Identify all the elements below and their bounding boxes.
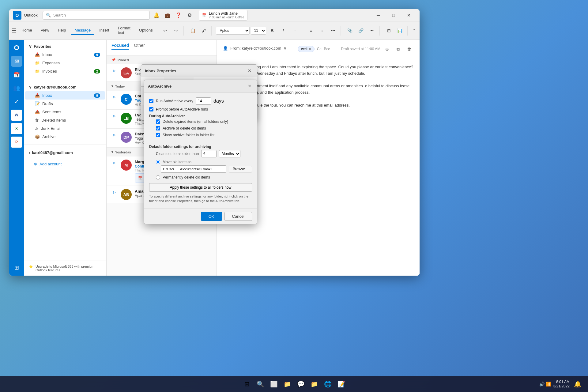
days-input[interactable]: [196, 97, 211, 105]
expand-icon[interactable]: ▷: [111, 94, 118, 100]
sidebar-item-junk[interactable]: ⚠ Junk Email: [25, 124, 105, 133]
tab-options[interactable]: Options: [135, 26, 156, 35]
tab-insert[interactable]: Insert: [96, 26, 113, 35]
clean-unit-select[interactable]: Months Days Weeks: [219, 150, 240, 157]
explorer-button[interactable]: 📁: [282, 379, 293, 390]
pop-out-button[interactable]: ⧉: [394, 45, 402, 53]
start-button[interactable]: ⊞: [241, 379, 252, 390]
signature-button[interactable]: ✒: [367, 26, 377, 36]
teams-button[interactable]: 💬: [295, 379, 306, 390]
help-icon[interactable]: ❓: [174, 11, 183, 20]
add-account-button[interactable]: ⊕ Add account: [24, 159, 106, 169]
autoarchive-cancel-button[interactable]: Cancel: [224, 212, 252, 221]
autoarchive-ok-button[interactable]: OK: [201, 212, 222, 221]
sidebar-item-drafts[interactable]: 📝 Drafts: [25, 100, 105, 108]
tab-focused[interactable]: Focused: [111, 43, 129, 50]
files-button[interactable]: 📁: [309, 379, 320, 390]
autoarchive-close-button[interactable]: ✕: [246, 82, 253, 90]
tasks-icon[interactable]: ✓: [11, 96, 22, 107]
link-button[interactable]: 🔗: [356, 26, 366, 36]
archive-path-input[interactable]: [161, 165, 226, 173]
calendar-nav-icon[interactable]: 📅: [11, 69, 22, 80]
apps-icon[interactable]: ⊞: [11, 262, 22, 273]
zoom-button[interactable]: ⊕: [383, 45, 391, 53]
sidebar-item-inbox-favorites[interactable]: 📥 Inbox 9: [25, 51, 105, 59]
format-painter-button[interactable]: 🖌: [199, 26, 209, 36]
undo-button[interactable]: ↩: [160, 26, 170, 36]
font-size-selector[interactable]: 11: [251, 27, 266, 35]
cc-label[interactable]: Cc: [317, 47, 322, 51]
bell-icon[interactable]: 🔔: [152, 11, 161, 20]
search-box[interactable]: 🔍 Search: [43, 11, 150, 20]
edge-button[interactable]: 🌐: [322, 379, 333, 390]
show-folder-checkbox[interactable]: [156, 133, 160, 137]
apply-all-button[interactable]: Apply these settings to all folders now: [149, 183, 252, 192]
table-button[interactable]: ⊞: [384, 26, 394, 36]
excel-icon[interactable]: X: [11, 123, 22, 134]
sidebar-item-expenses[interactable]: 📁 Expenses: [25, 59, 105, 67]
clean-out-row: Clean out items older than Months Days W…: [149, 150, 252, 157]
ribbon-tabs: Home View Help Message Insert Format tex…: [18, 24, 156, 37]
search-taskbar-button[interactable]: 🔍: [255, 379, 266, 390]
align-button[interactable]: ≡: [306, 26, 316, 36]
attach-button[interactable]: 📎: [345, 26, 355, 36]
tab-format-text[interactable]: Format text: [114, 24, 134, 37]
delete-expired-checkbox[interactable]: [156, 119, 160, 124]
upgrade-banner[interactable]: ⭐ Upgrade to Microsoft 365 with premium …: [24, 261, 106, 276]
tab-help[interactable]: Help: [54, 26, 70, 35]
bcc-label[interactable]: Bcc: [324, 47, 330, 51]
powerpoint-icon[interactable]: P: [11, 137, 22, 148]
task-view-button[interactable]: ⬜: [268, 379, 279, 390]
italic-button[interactable]: I: [278, 26, 288, 36]
expand-icon[interactable]: ▷: [111, 189, 118, 195]
maximize-button[interactable]: □: [386, 10, 401, 20]
collapse-ribbon-button[interactable]: ˄: [409, 26, 419, 36]
junk-label: Junk Email: [41, 126, 61, 131]
run-autoarchive-checkbox[interactable]: [149, 99, 153, 103]
format-more-button[interactable]: ···: [289, 26, 299, 36]
tab-other[interactable]: Other: [134, 43, 145, 50]
close-button[interactable]: ✕: [402, 10, 416, 20]
redo-button[interactable]: ↪: [171, 26, 181, 36]
spacing-button[interactable]: ↕: [317, 26, 327, 36]
tab-message[interactable]: Message: [71, 26, 94, 35]
archive-old-checkbox[interactable]: [156, 126, 160, 130]
permanently-delete-radio[interactable]: [156, 175, 160, 179]
move-items-radio[interactable]: [156, 160, 160, 164]
bold-button[interactable]: B: [267, 26, 277, 36]
notifications-button[interactable]: 🔔: [572, 379, 583, 390]
sidebar-item-archive[interactable]: 📦 Archive: [25, 133, 105, 141]
sidebar-item-inbox[interactable]: 📥 Inbox 9: [25, 91, 105, 100]
notes-button[interactable]: 📝: [336, 379, 347, 390]
sidebar-item-invoices[interactable]: 📁 Invoices 2: [25, 67, 105, 75]
account1-header[interactable]: ∨ katyreid@outlook.com: [24, 83, 106, 91]
chart-button[interactable]: 📊: [395, 26, 405, 36]
browse-button[interactable]: Browse...: [229, 166, 252, 172]
clipboard-button[interactable]: 📋: [188, 26, 198, 36]
prompt-checkbox[interactable]: [149, 107, 153, 111]
expand-icon[interactable]: ▷: [111, 113, 118, 119]
expand-icon[interactable]: ▷: [111, 132, 118, 138]
account2-header[interactable]: › katri0487@gmail.com: [24, 149, 106, 157]
briefcase-icon[interactable]: 💼: [163, 11, 172, 20]
dropdown-icon[interactable]: ∨: [284, 46, 287, 51]
sidebar-item-deleted[interactable]: 🗑 Deleted Items: [25, 116, 105, 124]
tab-view[interactable]: View: [37, 26, 53, 35]
settings-icon[interactable]: ⚙: [185, 11, 194, 20]
font-selector[interactable]: Aptos: [216, 27, 250, 35]
word-icon[interactable]: W: [11, 110, 22, 121]
clean-value-input[interactable]: [201, 150, 217, 157]
hamburger-button[interactable]: ☰: [12, 26, 17, 36]
delete-button[interactable]: 🗑: [405, 45, 413, 53]
expand-icon[interactable]: ▷: [111, 67, 118, 74]
chip-close-icon[interactable]: ✕: [309, 47, 311, 51]
tab-home[interactable]: Home: [18, 26, 36, 35]
minimize-button[interactable]: ─: [371, 10, 385, 20]
sidebar-item-sent[interactable]: 📤 Sent Items: [25, 108, 105, 116]
expand-icon[interactable]: ▷: [111, 160, 118, 166]
inbox-properties-close-button[interactable]: ✕: [246, 67, 253, 74]
more-options-button[interactable]: •••: [328, 26, 338, 36]
mail-icon[interactable]: ✉: [11, 56, 22, 67]
favorites-header[interactable]: ∨ Favorites: [24, 42, 106, 51]
people-icon[interactable]: 👥: [11, 83, 22, 94]
